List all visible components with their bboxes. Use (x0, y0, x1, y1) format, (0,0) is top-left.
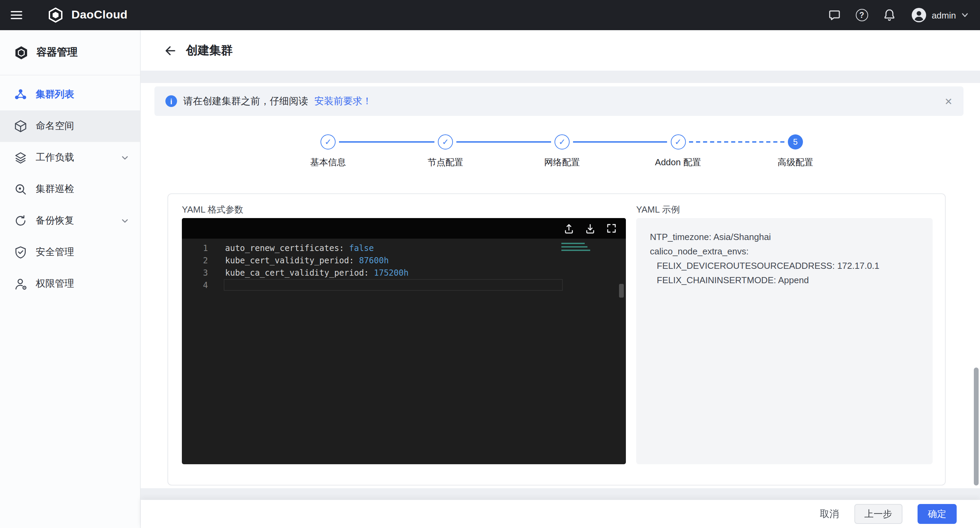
line-number: 4 (182, 279, 208, 292)
step-connector (457, 141, 551, 143)
step-node-config[interactable]: ✓ 节点配置 (428, 135, 463, 169)
yaml-example-section: YAML 示例 NTP_timezone: Asia/Shanghai cali… (636, 201, 933, 464)
page-header: 创建集群 (141, 30, 980, 71)
container-management-icon (14, 45, 29, 60)
upload-icon[interactable] (563, 223, 574, 234)
cancel-button[interactable]: 取消 (820, 508, 839, 520)
download-icon[interactable] (585, 223, 596, 234)
close-icon[interactable]: ✕ (945, 96, 953, 106)
prerequisites-link[interactable]: 安装前要求！ (314, 95, 372, 107)
alert-text: 请在创建集群之前，仔细阅读 (183, 95, 308, 107)
page-content: i 请在创建集群之前，仔细阅读 安装前要求！ ✕ ✓ 基本信息 (141, 83, 980, 488)
info-icon: i (165, 95, 177, 107)
shield-icon (14, 246, 27, 259)
stepper: ✓ 基本信息 ✓ 节点配置 ✓ 网络配置 ✓ Addon 配置 (141, 125, 980, 183)
code-text: auto_renew_certificates: false (208, 242, 374, 254)
yaml-editor: 1 auto_renew_certificates: false 2 kube_… (182, 218, 626, 464)
code-line-current[interactable]: 4 (182, 279, 626, 292)
yaml-params-label: YAML 格式参数 (182, 201, 626, 218)
divider-band (141, 488, 980, 500)
step-done-circle: ✓ (555, 135, 570, 149)
sidebar-item-label: 备份恢复 (36, 215, 74, 227)
sidebar-item-namespace[interactable]: 命名空间 (0, 110, 140, 142)
code-area[interactable]: 1 auto_renew_certificates: false 2 kube_… (182, 239, 626, 464)
minimap-line (562, 243, 585, 244)
sidebar-module-title: 容器管理 (37, 46, 78, 59)
sidebar-item-cluster-list[interactable]: 集群列表 (0, 79, 140, 110)
sidebar-item-label: 命名空间 (36, 120, 74, 132)
step-label: 高级配置 (778, 156, 813, 169)
fullscreen-icon[interactable] (606, 223, 617, 234)
help-icon[interactable]: ? (856, 9, 868, 21)
editor-scrollbar-thumb[interactable] (619, 284, 624, 298)
step-label: Addon 配置 (655, 156, 701, 169)
page-title: 创建集群 (186, 43, 233, 58)
advanced-config-card: YAML 格式参数 (167, 193, 946, 485)
user-menu[interactable]: admin (910, 7, 969, 23)
sidebar-item-label: 集群巡检 (36, 183, 74, 195)
confirm-button[interactable]: 确定 (918, 504, 957, 524)
sidebar-item-workload[interactable]: 工作负载 (0, 142, 140, 173)
check-icon: ✓ (558, 137, 565, 147)
daocloud-logo-icon[interactable] (47, 7, 64, 23)
step-connector (339, 141, 434, 143)
username: admin (932, 10, 956, 20)
step-connector (573, 141, 667, 143)
message-icon[interactable] (827, 8, 841, 22)
previous-step-button[interactable]: 上一步 (854, 504, 902, 524)
page-scrollbar-thumb[interactable] (974, 368, 978, 485)
sidebar-item-label: 集群列表 (36, 89, 74, 101)
sidebar-nav: 集群列表 命名空间 工作负载 (0, 75, 140, 300)
sidebar-item-permission[interactable]: 权限管理 (0, 268, 140, 300)
minimap (562, 243, 592, 253)
avatar (910, 7, 927, 23)
notification-bell-icon[interactable] (882, 8, 896, 22)
sidebar-item-security[interactable]: 安全管理 (0, 236, 140, 268)
info-glyph: i (170, 97, 172, 105)
back-arrow-icon[interactable] (164, 44, 177, 57)
sidebar: 容器管理 集群列表 命名空间 (0, 30, 141, 528)
code-text: kube_cert_validity_period: 87600h (208, 254, 389, 267)
sidebar-module-header: 容器管理 (0, 30, 140, 75)
inspection-magnifier-icon (14, 182, 27, 196)
step-addon-config[interactable]: ✓ Addon 配置 (655, 135, 701, 169)
line-number: 1 (182, 242, 208, 254)
chevron-down-icon[interactable] (121, 154, 129, 162)
step-done-circle: ✓ (320, 135, 336, 149)
step-label: 节点配置 (428, 156, 463, 169)
check-icon: ✓ (442, 137, 449, 147)
minimap-line (562, 250, 590, 251)
topbar: DaoCloud ? admin (0, 0, 980, 30)
line-number: 3 (182, 267, 208, 279)
namespace-icon (14, 119, 27, 133)
sidebar-item-label: 工作负载 (36, 152, 74, 164)
code-line[interactable]: 3 kube_ca_cert_validity_period: 175200h (182, 267, 626, 279)
check-icon: ✓ (325, 137, 331, 147)
check-icon: ✓ (675, 137, 681, 147)
yaml-params-section: YAML 格式参数 (182, 201, 626, 464)
step-number: 5 (793, 137, 797, 147)
cluster-icon (14, 88, 27, 101)
line-number: 2 (182, 254, 208, 267)
code-line[interactable]: 2 kube_cert_validity_period: 87600h (182, 254, 626, 267)
sidebar-item-backup-restore[interactable]: 备份恢复 (0, 205, 140, 236)
step-advanced-config[interactable]: 5 高级配置 (778, 135, 813, 169)
chevron-down-icon[interactable] (121, 217, 129, 225)
step-network-config[interactable]: ✓ 网络配置 (544, 135, 580, 169)
editor-toolbar (182, 218, 626, 239)
example-line: NTP_timezone: Asia/Shanghai (650, 230, 919, 244)
step-label: 基本信息 (310, 156, 346, 169)
yaml-example-box: NTP_timezone: Asia/Shanghai calico_node_… (636, 218, 933, 464)
sidebar-item-cluster-inspection[interactable]: 集群巡检 (0, 173, 140, 205)
code-line[interactable]: 1 auto_renew_certificates: false (182, 242, 626, 254)
brand-name[interactable]: DaoCloud (72, 8, 128, 22)
menu-icon[interactable] (10, 8, 23, 22)
example-line: FELIX_DEVICEROUTESOURCEADDRESS: 172.17.0… (650, 258, 919, 273)
code-text (208, 279, 225, 292)
alert-banner: i 请在创建集群之前，仔细阅读 安装前要求！ ✕ (154, 86, 964, 116)
main-area: 创建集群 i 请在创建集群之前，仔细阅读 安装前要求！ ✕ (141, 30, 980, 528)
step-basic-info[interactable]: ✓ 基本信息 (310, 135, 346, 169)
sidebar-item-label: 权限管理 (36, 278, 74, 290)
chevron-down-icon (961, 11, 969, 19)
example-line: calico_node_extra_envs: (650, 244, 919, 258)
